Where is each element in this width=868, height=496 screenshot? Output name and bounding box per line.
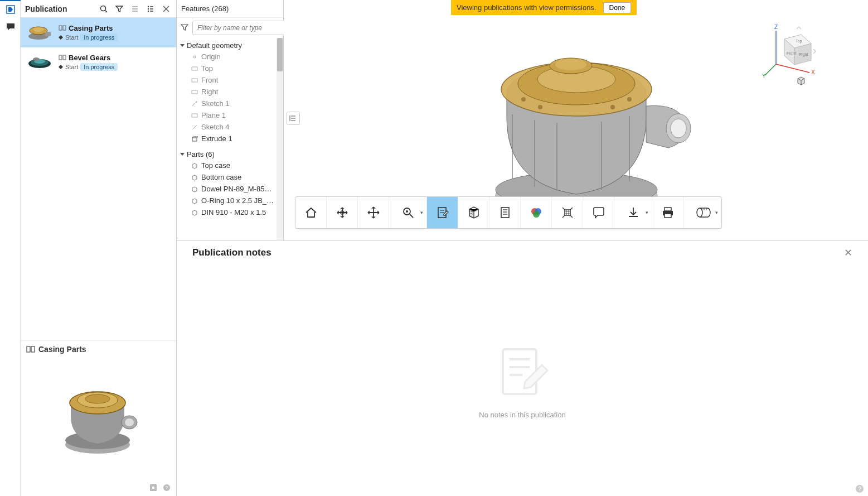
svg-rect-41 [192, 79, 197, 82]
feature-group-label: Parts (6) [187, 150, 215, 158]
measure-button[interactable]: ▾ [683, 197, 721, 228]
svg-point-55 [627, 97, 632, 102]
help-preview-icon[interactable]: ? [163, 484, 173, 494]
svg-rect-27 [31, 346, 35, 352]
feature-plane-1[interactable]: Plane 1 [177, 109, 283, 121]
view-cube[interactable]: Z X Y Top Front Right [762, 22, 818, 78]
axis-z-label: Z [774, 24, 778, 30]
cube-right-label: Right [799, 52, 808, 57]
close-icon[interactable] [159, 2, 173, 16]
svg-rect-18 [59, 26, 62, 30]
feature-sketch-4[interactable]: Sketch 4 [177, 121, 283, 133]
feature-right-plane[interactable]: Right [177, 86, 283, 98]
display-mode-icon[interactable] [796, 75, 807, 86]
publication-preview-canvas [21, 358, 176, 475]
expand-preview-icon[interactable] [149, 484, 159, 494]
svg-point-39 [193, 56, 196, 58]
help-icon[interactable]: ? [856, 485, 864, 493]
diamond-icon [59, 65, 63, 69]
feature-origin[interactable]: Origin [177, 51, 283, 62]
part-dowel[interactable]: Dowel PN-89_M-85… [177, 183, 283, 195]
svg-rect-83 [665, 214, 671, 218]
banner-message: Viewing publications with view permissio… [457, 3, 597, 12]
part-studio-icon [59, 24, 66, 32]
features-filter-input[interactable] [192, 21, 287, 35]
publication-item-casing-parts[interactable]: Casing Parts Start In progress [21, 18, 176, 47]
panel-toggle-button[interactable] [287, 112, 300, 125]
feature-sketch-1[interactable]: Sketch 1 [177, 98, 283, 109]
close-icon[interactable]: ✕ [844, 247, 852, 259]
svg-point-67 [406, 210, 408, 213]
origin-icon [191, 54, 198, 60]
search-icon[interactable] [97, 2, 110, 16]
publication-list: Casing Parts Start In progress Bevel Gea… [21, 18, 176, 77]
features-tree[interactable]: Default geometry Origin Top Front Right … [177, 38, 283, 240]
sketch-icon [191, 124, 198, 131]
part-icon [191, 209, 198, 216]
svg-point-8 [148, 8, 149, 9]
filter-icon[interactable] [180, 23, 189, 33]
publication-thumbnail [25, 21, 54, 44]
diamond-icon [59, 35, 63, 40]
publication-tab-icon[interactable] [0, 0, 21, 18]
permissions-banner: Viewing publications with view permissio… [451, 0, 637, 15]
svg-rect-24 [59, 55, 62, 60]
publication-meta: Bevel Gears Start In progress [54, 54, 172, 71]
publication-preview-title: Casing Parts [38, 345, 86, 354]
svg-point-16 [33, 27, 44, 32]
feature-front-plane[interactable]: Front [177, 74, 283, 86]
part-oring[interactable]: O-Ring 10 x 2.5 JB_… [177, 195, 283, 206]
notes-panel: Publication notes ✕ No notes in this pub… [177, 240, 868, 496]
svg-rect-36 [152, 486, 155, 489]
svg-rect-80 [565, 210, 570, 215]
publication-name: Bevel Gears [69, 54, 110, 62]
list-flat-icon[interactable] [128, 2, 142, 16]
download-button[interactable]: ▾ [614, 197, 652, 228]
publication-meta: Casing Parts Start In progress [54, 24, 172, 41]
orbit-button[interactable] [327, 197, 358, 228]
filter-icon[interactable] [113, 2, 126, 16]
part-studio-icon [26, 345, 35, 354]
part-icon [191, 162, 198, 169]
sketch-icon [191, 100, 198, 107]
part-bottom-case[interactable]: Bottom case [177, 171, 283, 183]
svg-line-59 [776, 64, 809, 73]
comment-button[interactable] [583, 197, 614, 228]
feature-group-default-geometry[interactable]: Default geometry [177, 40, 283, 51]
feature-group-parts[interactable]: Parts (6) [177, 149, 283, 160]
part-din910[interactable]: DIN 910 - M20 x 1.5 [177, 206, 283, 218]
print-button[interactable] [652, 197, 683, 228]
svg-rect-44 [192, 138, 197, 141]
part-icon [191, 198, 198, 204]
features-scrollbar[interactable] [277, 38, 283, 240]
svg-point-52 [521, 97, 526, 102]
feature-extrude-1[interactable]: Extrude 1 [177, 133, 283, 145]
notes-button[interactable] [427, 197, 458, 228]
pan-button[interactable] [358, 197, 389, 228]
svg-rect-73 [501, 208, 509, 218]
publication-panel-title: Publication [24, 4, 95, 13]
publication-item-bevel-gears[interactable]: Bevel Gears Start In progress [21, 47, 176, 77]
home-button[interactable] [295, 197, 327, 228]
feature-top-plane[interactable]: Top [177, 62, 283, 74]
exploded-view-button[interactable] [552, 197, 583, 228]
properties-button[interactable] [489, 197, 521, 228]
list-tree-icon[interactable] [144, 2, 157, 16]
publication-name: Casing Parts [69, 24, 113, 32]
empty-notes-icon [492, 343, 553, 404]
publication-status-badge: In progress [80, 33, 118, 41]
scrollbar-thumb[interactable] [277, 38, 283, 71]
banner-done-button[interactable]: Done [603, 2, 632, 13]
part-top-case[interactable]: Top case [177, 160, 283, 171]
left-rail [0, 0, 21, 496]
section-view-button[interactable] [458, 197, 489, 228]
publication-panel: Publication Casing Parts Start In progre… [21, 0, 177, 496]
publication-preview-header: Casing Parts [21, 340, 176, 358]
svg-point-6 [148, 6, 149, 7]
comments-tab-icon[interactable] [0, 18, 21, 36]
zoom-button[interactable]: ▾ [389, 197, 427, 228]
publication-stage: Start [65, 34, 78, 41]
svg-rect-40 [192, 67, 197, 70]
appearance-button[interactable] [521, 197, 552, 228]
viewport-3d[interactable]: Viewing publications with view permissio… [284, 0, 868, 240]
